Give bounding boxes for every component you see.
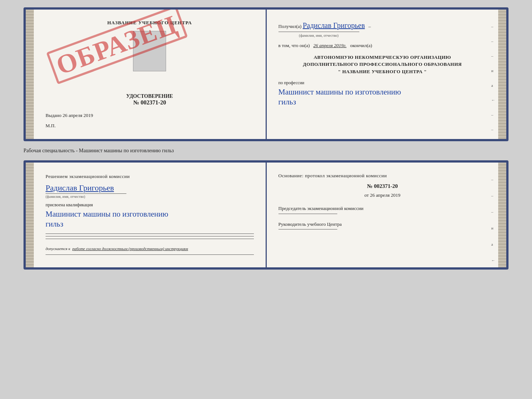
- chairman-label: Председатель экзаменационной комиссии: [278, 206, 364, 211]
- line3: [46, 239, 254, 239]
- mark-i: и: [491, 68, 495, 73]
- protocol-number: № 002371-20: [278, 183, 487, 189]
- issued-date: Выдано 26 апреля 2019: [46, 113, 254, 118]
- spine-decoration-right: [498, 10, 506, 139]
- chairman-sig-line: [278, 214, 337, 214]
- prof-value1: Машинист машины по изготовлению: [278, 88, 401, 96]
- obrazec-stamp: ОБРАЗЕЦ: [46, 7, 188, 85]
- bottom-document: Решением экзаменационной комиссии Радисл…: [24, 160, 508, 270]
- bmark2: –: [491, 193, 495, 198]
- bottom-left-title: Решением экзаменационной комиссии: [46, 173, 254, 180]
- mark2: –: [491, 39, 495, 43]
- allowed-underline: работе согласно должностным (производств…: [72, 246, 188, 251]
- mark3: –: [491, 54, 495, 58]
- allowed-prefix: допускается к: [46, 246, 70, 251]
- left-title: НАЗВАНИЕ УЧЕБНОГО ЦЕНТРА: [46, 20, 254, 26]
- top-left-page: НАЗВАНИЕ УЧЕБНОГО ЦЕНТРА ОБРАЗЕЦ УДОСТОВ…: [26, 10, 267, 139]
- top-right-page: Получил(а) Радислав Григорьев – (фамилия…: [267, 10, 507, 139]
- prof-value2: гильз: [278, 97, 296, 106]
- received-prefix: Получил(а): [278, 24, 302, 29]
- date-prefix: в том, что он(а): [278, 43, 310, 48]
- issued-prefix: Выдано: [46, 113, 61, 118]
- cert-number: № 002371-20: [46, 99, 254, 106]
- date-value: 26 апреля 2019г.: [313, 43, 346, 48]
- mark4: –: [491, 113, 495, 117]
- protocol-date-prefix: от: [364, 192, 369, 198]
- allowed-block: допускается к работе согласно должностны…: [46, 246, 254, 251]
- spine-decoration-bottom-right: [498, 163, 506, 267]
- head-block: Руководитель учебного Центра: [278, 221, 487, 230]
- head-sig-line: [278, 229, 337, 229]
- osnov-title: Основание: протокол экзаменационной коми…: [278, 173, 487, 179]
- assigned-value1: Машинист машины по изготовлению: [46, 210, 168, 218]
- org-line2: ДОПОЛНИТЕЛЬНОГО ПРОФЕССИОНАЛЬНОГО ОБРАЗО…: [303, 61, 462, 67]
- org-quote: " НАЗВАНИЕ УЧЕБНОГО ЦЕНТРА ": [338, 69, 427, 74]
- bmark3: –: [491, 210, 495, 214]
- assigned-label: присвоена квалификация: [46, 202, 254, 208]
- head-label: Руководитель учебного Центра: [278, 221, 342, 227]
- bottom-fio-block: Радислав Григорьев (фамилия, имя, отчест…: [46, 183, 254, 199]
- line2: [46, 236, 254, 236]
- spine-decoration-left: [26, 10, 34, 139]
- bmark-arrow: ←: [491, 258, 495, 263]
- chairman-block: Председатель экзаменационной комиссии: [278, 205, 487, 214]
- bottom-left-page: Решением экзаменационной комиссии Радисл…: [26, 163, 267, 267]
- bmark-i: и: [491, 226, 495, 230]
- mark1: –: [491, 24, 495, 29]
- line1: [46, 234, 254, 234]
- mp-label: М.П.: [46, 123, 254, 129]
- issued-date-value: 26 апреля 2019: [63, 113, 93, 118]
- bottom-fio-handwritten: Радислав Григорьев: [46, 183, 254, 193]
- bmark-a: а: [491, 242, 495, 246]
- fio-handwritten-top: Радислав Григорьев: [303, 21, 365, 29]
- bottom-right-page: Основание: протокол экзаменационной коми…: [267, 163, 507, 267]
- prof-label: по профессии: [278, 80, 487, 86]
- received-row: Получил(а) Радислав Григорьев – (фамилия…: [278, 20, 487, 38]
- photo-placeholder: [133, 31, 166, 71]
- cert-label: УДОСТОВЕРЕНИЕ: [46, 93, 254, 99]
- assigned-value2: гильз: [46, 220, 63, 228]
- protocol-date: от 26 апреля 2019: [278, 192, 487, 198]
- line4: [46, 254, 254, 255]
- right-side-marks: – – – и а ← – – –: [491, 24, 495, 141]
- mark5: –: [491, 127, 495, 132]
- date-suffix: окончил(а): [350, 43, 372, 48]
- right-side-marks-bottom: – – – и а ← – – –: [491, 177, 495, 270]
- protocol-date-value: 26 апреля 2019: [370, 192, 400, 198]
- bmark1: –: [491, 177, 495, 182]
- prof-value: Машинист машины по изготовлению гильз: [278, 87, 487, 107]
- mark-arrow: ←: [491, 98, 495, 102]
- date-row: в том, что он(а) 26 апреля 2019г. окончи…: [278, 42, 487, 49]
- top-document: НАЗВАНИЕ УЧЕБНОГО ЦЕНТРА ОБРАЗЕЦ УДОСТОВ…: [24, 7, 508, 141]
- fio-sub-top: (фамилия, имя, отчество): [278, 32, 359, 38]
- cert-id-block: УДОСТОВЕРЕНИЕ № 002371-20: [46, 93, 254, 106]
- mark-a: а: [491, 83, 495, 88]
- separator-label: Рабочая специальность - Машинист машины …: [24, 148, 508, 154]
- org-line1: АВТОНОМНУЮ НЕКОММЕРЧЕСКУЮ ОРГАНИЗАЦИЮ: [314, 54, 451, 60]
- assigned-value: Машинист машины по изготовлению гильз: [46, 209, 254, 229]
- spine-decoration-bottom-left: [26, 163, 34, 267]
- org-name-block: АВТОНОМНУЮ НЕКОММЕРЧЕСКУЮ ОРГАНИЗАЦИЮ ДО…: [278, 54, 487, 75]
- bottom-fio-sub: (фамилия, имя, отчество): [46, 193, 126, 199]
